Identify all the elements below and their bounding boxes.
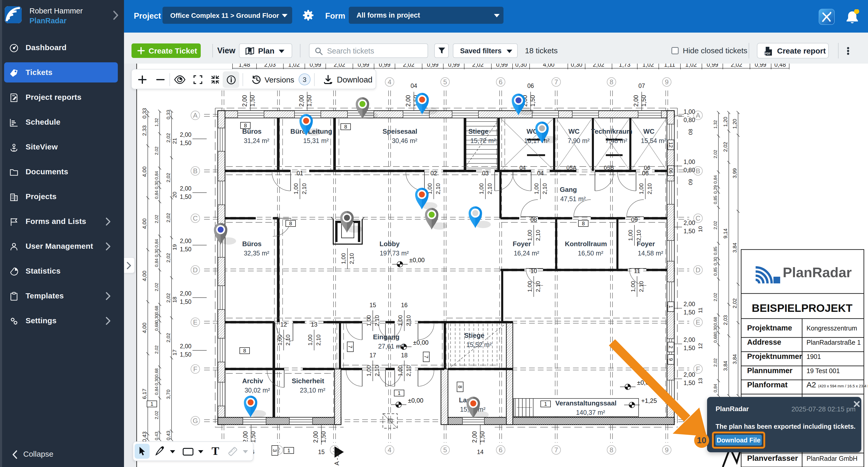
svg-text:Foyer: Foyer: [513, 240, 531, 248]
svg-text:2,10: 2,10: [374, 366, 380, 377]
svg-text:1,50: 1,50: [684, 228, 695, 235]
svg-text:03: 03: [482, 170, 489, 177]
svg-text:1,50: 1,50: [180, 298, 191, 305]
svg-text:1,20: 1,20: [732, 119, 738, 129]
svg-text:Stiege: Stiege: [464, 331, 485, 339]
svg-text:4,00: 4,00: [141, 167, 147, 177]
svg-text:2,00: 2,00: [241, 95, 248, 107]
svg-text:1,00: 1,00: [340, 253, 347, 264]
svg-text:1901: 1901: [807, 353, 821, 360]
svg-text:1,00: 1,00: [366, 315, 372, 326]
svg-text:1: 1: [150, 401, 153, 407]
svg-text:1,32: 1,32: [713, 120, 718, 128]
svg-text:1,50: 1,50: [684, 380, 695, 386]
svg-text:1,50: 1,50: [250, 431, 256, 443]
svg-text:±0,00: ±0,00: [409, 257, 425, 263]
svg-text:0,84: 0,84: [713, 384, 718, 392]
svg-text:2,10: 2,10: [348, 253, 355, 264]
svg-text:1,50: 1,50: [684, 345, 695, 351]
svg-text:1,02: 1,02: [288, 64, 300, 68]
svg-text:0,85: 0,85: [713, 267, 718, 276]
svg-text:4,00: 4,00: [543, 64, 555, 68]
svg-text:1: 1: [544, 401, 547, 407]
svg-text:0,30: 0,30: [713, 257, 718, 265]
svg-text:Lobby: Lobby: [379, 240, 400, 248]
svg-text:7: 7: [347, 345, 353, 348]
svg-text:19 Test 001: 19 Test 001: [807, 367, 840, 374]
svg-text:05A: 05A: [566, 165, 576, 171]
svg-text:2,10: 2,10: [285, 334, 291, 346]
svg-text:A - A: A - A: [333, 452, 340, 465]
svg-text:7: 7: [554, 446, 558, 454]
svg-text:F: F: [696, 365, 700, 373]
svg-text:2,02: 2,02: [165, 133, 171, 143]
svg-text:0,99: 0,99: [448, 64, 460, 68]
svg-text:C: C: [696, 214, 701, 222]
svg-text:Kontrollraum: Kontrollraum: [565, 240, 607, 248]
svg-text:2,02: 2,02: [403, 64, 414, 68]
svg-text:2,10: 2,10: [487, 183, 493, 195]
svg-text:2,02: 2,02: [722, 142, 728, 152]
svg-text:16,50 m²: 16,50 m²: [578, 250, 603, 257]
svg-text:0,84: 0,84: [154, 190, 159, 199]
svg-text:E: E: [193, 318, 197, 326]
svg-text:2,33: 2,33: [141, 125, 147, 136]
svg-text:04: 04: [537, 170, 544, 177]
svg-text:1,32: 1,32: [154, 118, 159, 126]
svg-text:0,99: 0,99: [707, 64, 718, 68]
svg-text:1,02: 1,02: [685, 64, 697, 68]
svg-text:1,00: 1,00: [526, 230, 533, 241]
svg-text:2,02: 2,02: [154, 345, 159, 354]
svg-text:0,99: 0,99: [427, 64, 439, 68]
svg-text:2,02: 2,02: [334, 64, 345, 68]
svg-text:2,10: 2,10: [405, 366, 412, 377]
svg-text:09: 09: [687, 179, 693, 185]
svg-text:2,02: 2,02: [154, 411, 159, 419]
svg-text:15,54 m²: 15,54 m²: [641, 137, 666, 144]
svg-text:1,00: 1,00: [307, 334, 313, 346]
svg-text:B: B: [193, 167, 197, 175]
svg-text:0,30: 0,30: [154, 249, 159, 257]
svg-text:0,99: 0,99: [496, 64, 508, 68]
svg-text:32,35 m²: 32,35 m²: [244, 250, 270, 257]
svg-text:16: 16: [401, 302, 408, 309]
svg-text:12: 12: [697, 343, 703, 349]
svg-text:21: 21: [172, 138, 178, 144]
svg-text:04: 04: [410, 83, 417, 89]
svg-text:4: 4: [388, 78, 392, 86]
svg-text:12: 12: [280, 321, 287, 328]
svg-text:1,50: 1,50: [320, 431, 327, 443]
svg-text:2,03: 2,03: [264, 64, 276, 68]
svg-text:27,61 m²: 27,61 m²: [378, 343, 404, 350]
svg-text:Planformat: Planformat: [747, 380, 788, 389]
svg-text:C: C: [193, 214, 198, 222]
svg-text:Speisesaal: Speisesaal: [382, 127, 417, 135]
svg-text:2,00: 2,00: [180, 238, 191, 244]
svg-text:4: 4: [388, 446, 392, 454]
svg-text:0,84: 0,84: [154, 171, 159, 179]
svg-text:0,84: 0,84: [154, 239, 159, 247]
svg-text:D: D: [696, 266, 701, 274]
svg-text:0,68: 0,68: [154, 305, 159, 314]
svg-text:0,30: 0,30: [571, 64, 583, 68]
svg-text:06: 06: [668, 168, 674, 174]
svg-text:1,00: 1,00: [397, 315, 404, 326]
svg-text:15: 15: [369, 302, 376, 309]
svg-text:01: 01: [297, 170, 303, 177]
svg-text:0,68: 0,68: [713, 334, 718, 343]
svg-text:2,00: 2,00: [684, 301, 695, 308]
svg-text:0,30: 0,30: [713, 326, 718, 334]
svg-text:9,14: 9,14: [722, 229, 728, 239]
svg-text:14,58 m²: 14,58 m²: [638, 250, 663, 257]
svg-text:0,48: 0,48: [774, 64, 786, 68]
svg-text:2,10: 2,10: [315, 334, 322, 346]
svg-text:9: 9: [668, 358, 674, 361]
svg-text:1,50: 1,50: [249, 95, 256, 107]
svg-text:8: 8: [610, 446, 613, 454]
svg-text:15: 15: [318, 449, 325, 455]
svg-text:2,02: 2,02: [472, 64, 484, 68]
svg-text:10: 10: [697, 226, 703, 232]
svg-text:2,10: 2,10: [435, 183, 441, 195]
svg-text:05B: 05B: [604, 165, 614, 171]
svg-text:2,10: 2,10: [636, 230, 642, 241]
